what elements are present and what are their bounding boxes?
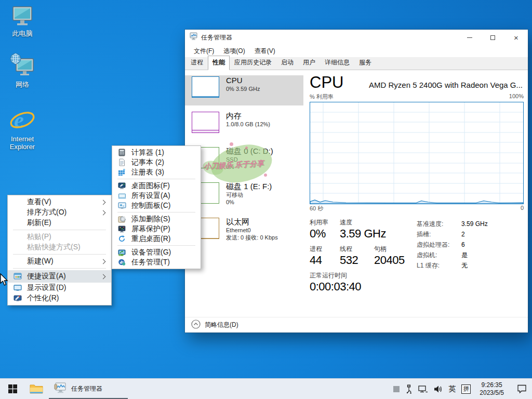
file-explorer-icon [30, 383, 43, 395]
network-tray-icon[interactable] [418, 379, 428, 399]
hidden-icons-button[interactable] [393, 379, 400, 399]
menu-separator [117, 212, 195, 212]
submenu-arrow-icon [101, 274, 106, 279]
hidden-app-icon [393, 386, 400, 392]
sidebar-item-ethernet[interactable]: 以太网 Ethernet0 发送: 0 接收: 0 Kbps [185, 217, 303, 247]
volume-tray-icon[interactable] [434, 379, 443, 399]
sidebar-item-cpu[interactable]: CPU 0% 3.59 GHz [185, 75, 303, 105]
menu-item-calculator[interactable]: 计算器 (1) [112, 148, 201, 157]
sidebar-item-memory[interactable]: 内存 1.0/8.0 GB (12%) [185, 111, 303, 141]
task-manager-window: 任务管理器 × 文件(F) 选项(O) 查看(V) 进程 性能 应用历史记录 启… [185, 30, 528, 332]
clock-time: 9:26:35 [480, 381, 504, 389]
cpu-minigraph [192, 76, 219, 98]
graph-x-right: 0 [521, 205, 524, 212]
clock-date: 2023/5/5 [480, 389, 504, 397]
mouse-cursor [0, 273, 9, 289]
screensaver-icon [118, 225, 126, 233]
menu-item-screensaver[interactable]: 屏幕保护(P) [112, 224, 201, 234]
desktop-context-menu: 查看(V) 排序方式(O) 刷新(E) 粘贴(P) 粘贴快捷方式(S) 新建(W… [7, 195, 112, 305]
detail-virtual-processors: 虚拟处理器: 6 [417, 240, 524, 250]
menu-item-all-settings[interactable]: 所有设置(A) [112, 191, 201, 201]
performance-sidebar: CPU 0% 3.59 GHz 内存 1.0/8.0 GB (12%) [185, 70, 303, 317]
graph-y-max: 100% [509, 93, 524, 101]
language-indicator[interactable]: 英 [448, 379, 456, 399]
internet-explorer-icon: e [0, 107, 45, 134]
menu-item-task-manager[interactable]: 任务管理(T) [112, 257, 201, 267]
sidebar-item-disk0[interactable]: 磁盘 0 (C: D:) SSD 0% [185, 146, 303, 176]
tab-strip: 进程 性能 应用历史记录 启动 用户 详细信息 服务 [185, 57, 528, 70]
menu-item-desktop-icons[interactable]: 桌面图标(F) [112, 181, 201, 191]
menu-item-quick-settings[interactable]: 便捷设置(A) [8, 270, 111, 283]
add-remove-icon [118, 215, 126, 223]
menu-item-add-remove[interactable]: 添加删除(S) [112, 214, 201, 224]
close-button[interactable]: × [504, 30, 528, 45]
menu-separator [117, 245, 195, 246]
taskbar: 任务管理器 英 拼 9:26:35 2023/5/5 [0, 378, 532, 399]
menu-separator [13, 254, 106, 255]
menu-separator [117, 179, 195, 179]
taskbar-button-task-manager[interactable]: 任务管理器 [48, 379, 129, 399]
maximize-button[interactable] [481, 30, 504, 45]
ime-indicator[interactable]: 拼 [461, 384, 471, 394]
action-center-button[interactable] [517, 379, 527, 399]
action-center-icon [517, 384, 527, 393]
menu-item-paste[interactable]: 粘贴(P) [8, 232, 111, 242]
tab-processes[interactable]: 进程 [186, 56, 208, 70]
taskbar-clock[interactable]: 9:26:35 2023/5/5 [476, 381, 507, 397]
menu-item-sort-by[interactable]: 排序方式(O) [8, 207, 111, 218]
detail-l1-cache: L1 缓存: 无 [417, 260, 524, 271]
desktop-icon-label: 网络 [0, 81, 45, 88]
stat-speed: 速度 3.59 GHz [340, 219, 386, 241]
windows-logo-icon [8, 384, 17, 393]
desktop-icon-internet-explorer[interactable]: e Internet Explorer [0, 107, 45, 151]
cpu-usage-graph[interactable] [303, 102, 528, 204]
stat-uptime: 正常运行时间 0:00:03:40 [310, 272, 361, 294]
desktop-icon-label: Internet Explorer [0, 135, 45, 151]
menu-separator [13, 268, 106, 269]
menu-item-restart-desktop[interactable]: 重启桌面(R) [112, 234, 201, 244]
stat-processes: 进程 44 [310, 245, 340, 267]
title-bar[interactable]: 任务管理器 × [185, 30, 528, 45]
menu-item-paste-shortcut[interactable]: 粘贴快捷方式(S) [8, 242, 111, 252]
menu-item-control-panel[interactable]: 控制面板(C) [112, 201, 201, 210]
calculator-icon [118, 149, 126, 157]
menu-item-personalize[interactable]: 个性化(R) [8, 293, 111, 303]
control-panel-icon [118, 202, 126, 210]
detail-virtual-machine: 虚拟机: 是 [417, 250, 524, 260]
task-manager-app-icon [190, 32, 198, 43]
file-explorer-button[interactable] [25, 379, 48, 399]
summary-toggle[interactable]: 简略信息(D) [185, 317, 528, 332]
cpu-panel: CPU AMD Ryzen 5 2400G with Radeon Vega G… [303, 70, 528, 317]
tab-details[interactable]: 详细信息 [320, 56, 354, 70]
menu-item-registry[interactable]: 注册表 (3) [112, 167, 201, 177]
menu-item-refresh[interactable]: 刷新(E) [8, 218, 111, 228]
menu-item-new[interactable]: 新建(W) [8, 256, 111, 267]
svg-text:e: e [14, 108, 24, 132]
tab-users[interactable]: 用户 [298, 56, 320, 70]
submenu-arrow-icon [101, 200, 106, 205]
tab-performance[interactable]: 性能 [208, 56, 230, 70]
task-manager-menu-icon [118, 258, 126, 267]
window-title: 任务管理器 [201, 33, 458, 42]
registry-icon [118, 168, 126, 177]
menu-item-device-manager[interactable]: 设备管理(G) [112, 247, 201, 257]
start-button[interactable] [0, 379, 25, 399]
tab-app-history[interactable]: 应用历史记录 [230, 56, 276, 70]
memory-minigraph [192, 112, 219, 133]
this-pc-icon [0, 4, 45, 28]
desktop-icon-network[interactable]: 网络 [0, 52, 45, 88]
menu-item-view[interactable]: 查看(V) [8, 197, 111, 207]
desktop-icon-this-pc[interactable]: 此电脑 [0, 4, 45, 37]
tab-services[interactable]: 服务 [354, 56, 376, 70]
usb-tray-icon[interactable] [405, 379, 413, 399]
graph-y-label: % 利用率 [310, 93, 334, 101]
menu-item-notepad[interactable]: 记事本 (2) [112, 157, 201, 167]
minimize-button[interactable] [458, 30, 481, 45]
menu-item-display-settings[interactable]: 显示设置(D) [8, 283, 111, 293]
sidebar-item-disk1[interactable]: 磁盘 1 (E: F:) 可移动 0% [185, 181, 303, 211]
menu-separator [13, 230, 106, 230]
stat-handles: 句柄 20405 [374, 245, 405, 267]
stat-utilization: 利用率 0% [310, 219, 340, 241]
tab-startup[interactable]: 启动 [276, 56, 298, 70]
desktop: 此电脑 网络 e Internet Explorer [0, 0, 532, 399]
